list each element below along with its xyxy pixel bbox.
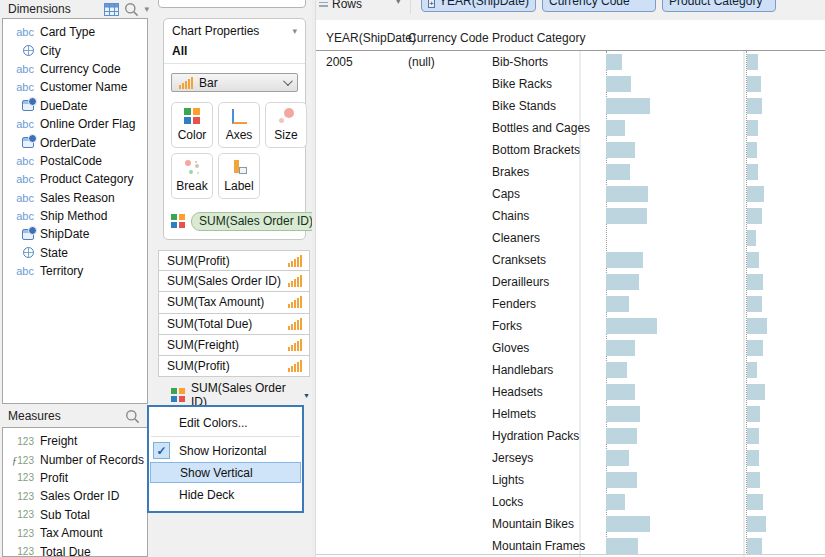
dimension-item[interactable]: DueDate: [3, 97, 147, 115]
bar-mark[interactable]: [606, 318, 657, 334]
category-label[interactable]: Chains: [492, 205, 529, 227]
bar-mark[interactable]: [606, 142, 635, 158]
bar-mark[interactable]: [747, 186, 764, 202]
color-button[interactable]: Color: [171, 102, 213, 148]
dimension-item[interactable]: State: [3, 244, 147, 262]
bar-mark[interactable]: [606, 428, 637, 444]
dimension-item[interactable]: City: [3, 41, 147, 59]
rows-shelf[interactable]: Rows ▾ +YEAR(ShipDate)Currency CodeProdu…: [316, 0, 825, 20]
measure-item[interactable]: 123Tax Amount: [3, 524, 147, 542]
dimension-item[interactable]: abcShip Method: [3, 207, 147, 225]
menu-item-show-horizontal[interactable]: ✓Show Horizontal: [149, 439, 302, 462]
dimension-item[interactable]: ShipDate: [3, 225, 147, 243]
category-label[interactable]: Handlebars: [492, 359, 553, 381]
shelf-grip-icon[interactable]: [319, 0, 328, 9]
bar-mark[interactable]: [747, 406, 760, 422]
dimension-item[interactable]: abcCard Type: [3, 23, 147, 41]
shelf-pill-currency-code[interactable]: Currency Code: [542, 0, 656, 12]
bar-mark[interactable]: [606, 340, 635, 356]
metric-row[interactable]: SUM(Profit): [158, 356, 310, 377]
label-button[interactable]: Label: [218, 153, 260, 199]
category-label[interactable]: Headsets: [492, 381, 543, 403]
category-label[interactable]: Bike Racks: [492, 73, 552, 95]
bar-mark[interactable]: [606, 516, 650, 532]
bar-mark[interactable]: [606, 252, 643, 268]
dimension-item[interactable]: abcCustomer Name: [3, 78, 147, 96]
bar-mark[interactable]: [747, 274, 763, 290]
bar-mark[interactable]: [606, 362, 627, 378]
dimension-item[interactable]: abcSales Reason: [3, 189, 147, 207]
dimension-item[interactable]: abcProduct Category: [3, 170, 147, 188]
bar-mark[interactable]: [606, 208, 647, 224]
menu-item-hide-deck[interactable]: Hide Deck: [149, 483, 302, 506]
category-label[interactable]: Helmets: [492, 403, 536, 425]
bar-mark[interactable]: [606, 164, 630, 180]
category-label[interactable]: Bike Stands: [492, 95, 556, 117]
bar-mark[interactable]: [747, 208, 762, 224]
chart-type-dropdown[interactable]: Bar: [171, 73, 298, 92]
bar-mark[interactable]: [747, 340, 763, 356]
dimension-item[interactable]: abcTerritory: [3, 262, 147, 280]
bar-mark[interactable]: [747, 164, 758, 180]
bar-mark[interactable]: [606, 76, 631, 92]
dimension-item[interactable]: OrderDate: [3, 133, 147, 151]
category-label[interactable]: Locks: [492, 491, 523, 513]
category-label[interactable]: Derailleurs: [492, 271, 549, 293]
category-label[interactable]: Forks: [492, 315, 522, 337]
color-field-chip[interactable]: SUM(Sales Order ID): [191, 212, 321, 231]
bar-mark[interactable]: [606, 120, 625, 136]
category-label[interactable]: Fenders: [492, 293, 536, 315]
category-label[interactable]: Bottles and Cages: [492, 117, 590, 139]
bar-mark[interactable]: [747, 76, 761, 92]
metric-row[interactable]: SUM(Total Due): [158, 314, 310, 335]
bar-mark[interactable]: [606, 472, 637, 488]
shelf-caret-icon[interactable]: ▾: [396, 0, 401, 6]
category-label[interactable]: Mountain Bikes: [492, 513, 574, 535]
bar-mark[interactable]: [747, 120, 758, 136]
category-label[interactable]: Cleaners: [492, 227, 540, 249]
bar-mark[interactable]: [747, 494, 763, 510]
search-icon[interactable]: [124, 2, 139, 17]
bar-mark[interactable]: [606, 98, 650, 114]
category-label[interactable]: Caps: [492, 183, 520, 205]
size-button[interactable]: Size: [265, 102, 307, 148]
measure-item[interactable]: 123Sub Total: [3, 506, 147, 524]
dimension-item[interactable]: abcOnline Order Flag: [3, 115, 147, 133]
bar-mark[interactable]: [606, 538, 638, 554]
measure-item[interactable]: 123Total Due: [3, 542, 147, 557]
shelf-pill-product-category[interactable]: Product Category: [662, 0, 776, 12]
deck-field-dropdown[interactable]: SUM(Sales Order ID) ▼: [158, 386, 310, 404]
bar-mark[interactable]: [747, 472, 760, 488]
bar-mark[interactable]: [747, 142, 757, 158]
shelf-pill-year-shipdate[interactable]: +YEAR(ShipDate): [421, 0, 536, 12]
metric-row[interactable]: SUM(Tax Amount): [158, 292, 310, 313]
measure-item[interactable]: 123Freight: [3, 432, 147, 450]
expand-plus-icon[interactable]: +: [428, 0, 435, 8]
view-data-grid-icon[interactable]: [104, 3, 119, 16]
bar-mark[interactable]: [747, 362, 757, 378]
bar-mark[interactable]: [747, 538, 762, 554]
bar-mark[interactable]: [747, 384, 765, 400]
menu-item-edit-colors[interactable]: Edit Colors...: [149, 411, 302, 434]
bar-mark[interactable]: [606, 54, 622, 70]
dimension-item[interactable]: abcPostalCode: [3, 152, 147, 170]
search-icon[interactable]: [125, 409, 140, 424]
category-label[interactable]: Jerseys: [492, 447, 533, 469]
bar-mark[interactable]: [606, 274, 639, 290]
category-label[interactable]: Bib-Shorts: [492, 51, 548, 73]
bar-mark[interactable]: [606, 406, 640, 422]
bar-mark[interactable]: [747, 296, 762, 312]
metric-row[interactable]: SUM(Sales Order ID): [158, 271, 310, 292]
category-label[interactable]: Brakes: [492, 161, 529, 183]
bar-mark[interactable]: [747, 450, 759, 466]
bar-mark[interactable]: [606, 296, 629, 312]
category-label[interactable]: Hydration Packs: [492, 425, 579, 447]
chevron-down-icon[interactable]: ▾: [144, 4, 149, 14]
measure-item[interactable]: ƒ123Number of Records: [3, 450, 147, 468]
bar-mark[interactable]: [747, 516, 766, 532]
menu-item-show-vertical[interactable]: Show Vertical: [150, 462, 301, 483]
bar-mark[interactable]: [606, 494, 625, 510]
bar-mark[interactable]: [606, 186, 648, 202]
dimension-item[interactable]: abcCurrency Code: [3, 60, 147, 78]
bar-mark[interactable]: [747, 252, 759, 268]
